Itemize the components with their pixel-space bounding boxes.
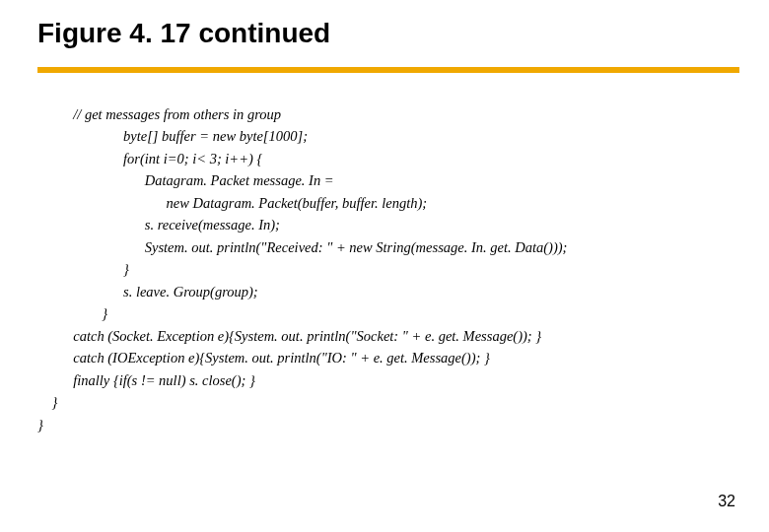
code-line: s. leave. Group(group);	[37, 281, 739, 302]
code-line: // get messages from others in group	[37, 103, 739, 125]
slide-title: Figure 4. 17 continued	[37, 18, 330, 49]
code-line: System. out. println("Received: " + new …	[37, 236, 739, 258]
code-line: Datagram. Packet message. In =	[37, 169, 739, 191]
code-line: byte[] buffer = new byte[1000];	[37, 125, 739, 147]
code-line: s. receive(message. In);	[37, 214, 739, 235]
code-line: catch (Socket. Exception e){System. out.…	[37, 325, 739, 347]
code-line: }	[37, 302, 739, 324]
code-block: // get messages from others in group byt…	[37, 103, 739, 435]
slide: Figure 4. 17 continued // get messages f…	[0, 0, 769, 532]
title-rule	[37, 67, 739, 73]
page-number: 32	[718, 493, 735, 510]
code-line: }	[37, 258, 739, 280]
code-line: }	[37, 391, 739, 413]
code-line: catch (IOException e){System. out. print…	[37, 347, 739, 368]
code-line: finally {if(s != null) s. close(); }	[37, 369, 739, 391]
code-line: new Datagram. Packet(buffer, buffer. len…	[37, 192, 739, 214]
code-line: }	[37, 414, 739, 435]
code-line: for(int i=0; i< 3; i++) {	[37, 148, 739, 169]
